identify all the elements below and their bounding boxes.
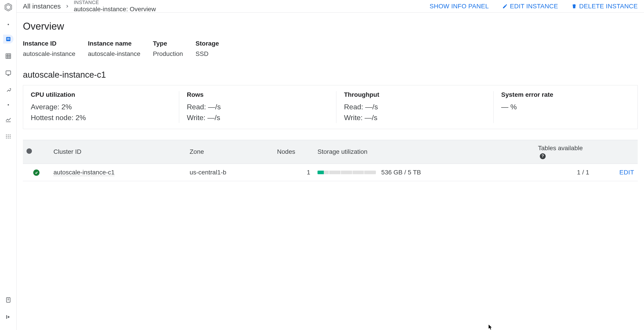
meta-label-instance-name: Instance name xyxy=(88,40,140,47)
cell-zone: us-central1-b xyxy=(186,164,273,181)
svg-rect-19 xyxy=(6,138,7,138)
topbar: All instances INSTANCE autoscale-instanc… xyxy=(16,0,644,12)
meta-value-instance-id: autoscale-instance xyxy=(23,50,75,58)
sidebar-item-tables[interactable] xyxy=(0,51,16,62)
cell-nodes: 1 xyxy=(274,164,314,181)
svg-rect-5 xyxy=(6,54,10,58)
stat-title-error: System error rate xyxy=(501,91,630,98)
svg-rect-10 xyxy=(6,71,10,74)
svg-rect-14 xyxy=(8,135,9,135)
svg-rect-4 xyxy=(7,39,10,40)
svg-rect-13 xyxy=(6,135,7,135)
sidebar-item-instances[interactable] xyxy=(0,34,16,44)
page-title: Overview xyxy=(23,21,638,32)
svg-rect-16 xyxy=(6,136,7,137)
chevron-right-icon xyxy=(65,3,69,10)
instance-meta: Instance ID autoscale-instance Instance … xyxy=(23,40,638,58)
sidebar-item-backups[interactable] xyxy=(0,68,16,78)
meta-label-instance-id: Instance ID xyxy=(23,40,75,47)
breadcrumb-root[interactable]: All instances xyxy=(23,2,61,10)
th-storage: Storage utilization xyxy=(314,140,534,164)
cluster-id-link[interactable]: autoscale-instance-c1 xyxy=(54,169,114,176)
stat-thr-write: Write: —/s xyxy=(344,112,486,123)
svg-rect-3 xyxy=(7,38,10,38)
sidebar-item-scaling[interactable] xyxy=(0,85,16,96)
show-info-panel-button[interactable]: SHOW INFO PANEL xyxy=(430,3,489,10)
th-tables: Tables available ? xyxy=(534,140,593,164)
sidebar xyxy=(0,0,16,330)
stat-title-cpu: CPU utilization xyxy=(31,91,171,98)
stat-error-rate: — % xyxy=(501,102,630,112)
meta-label-storage: Storage xyxy=(196,40,219,47)
product-logo-icon xyxy=(4,3,13,12)
cell-tables: 1 / 1 xyxy=(534,164,593,181)
stat-col-throughput: Throughput Read: —/s Write: —/s xyxy=(336,91,493,123)
meta-label-type: Type xyxy=(153,40,183,47)
breadcrumb-label: INSTANCE xyxy=(74,0,156,6)
table-row: autoscale-instance-c1 us-central1-b 1 xyxy=(23,164,638,181)
stat-col-error: System error rate — % xyxy=(493,91,638,123)
svg-marker-1 xyxy=(6,5,10,10)
status-ok-icon xyxy=(33,170,40,176)
stat-title-rows: Rows xyxy=(187,91,328,98)
breadcrumb-title: autoscale-instance: Overview xyxy=(74,6,156,13)
stat-col-cpu: CPU utilization Average: 2% Hottest node… xyxy=(23,91,179,123)
main-area: All instances INSTANCE autoscale-instanc… xyxy=(16,0,644,330)
table-header-row: Cluster ID Zone Nodes Storage utilizatio… xyxy=(23,140,638,164)
status-header-dot-icon xyxy=(26,148,32,154)
delete-instance-button[interactable]: DELETE INSTANCE xyxy=(572,3,638,10)
delete-instance-label: DELETE INSTANCE xyxy=(579,3,638,10)
sidebar-expand-toggle[interactable] xyxy=(0,312,16,322)
meta-value-type: Production xyxy=(153,50,183,58)
help-icon[interactable]: ? xyxy=(540,153,546,159)
meta-value-instance-name: autoscale-instance xyxy=(88,50,140,58)
edit-cluster-button[interactable]: EDIT xyxy=(619,169,634,176)
svg-rect-20 xyxy=(8,138,9,138)
stat-col-rows: Rows Read: —/s Write: —/s xyxy=(179,91,336,123)
meta-value-storage: SSD xyxy=(196,50,219,58)
svg-rect-15 xyxy=(10,135,10,135)
content: Overview Instance ID autoscale-instance … xyxy=(16,12,644,330)
stat-rows-write: Write: —/s xyxy=(187,112,328,123)
storage-utilization-bar xyxy=(318,170,376,174)
clusters-table: Cluster ID Zone Nodes Storage utilizatio… xyxy=(23,140,638,181)
th-status xyxy=(23,140,50,164)
edit-instance-button[interactable]: EDIT INSTANCE xyxy=(502,3,558,10)
th-nodes: Nodes xyxy=(274,140,314,164)
sidebar-item-quotas[interactable] xyxy=(0,131,16,142)
th-cluster-id: Cluster ID xyxy=(50,140,186,164)
svg-rect-21 xyxy=(10,138,10,138)
pencil-icon xyxy=(502,4,508,9)
svg-rect-17 xyxy=(8,136,9,137)
storage-utilization-text: 536 GB / 5 TB xyxy=(381,169,421,176)
stat-title-throughput: Throughput xyxy=(344,91,486,98)
stat-rows-read: Read: —/s xyxy=(187,102,328,112)
stats-card: CPU utilization Average: 2% Hottest node… xyxy=(23,85,638,129)
trash-icon xyxy=(572,4,577,9)
th-edit xyxy=(593,140,638,164)
svg-rect-25 xyxy=(6,315,7,319)
th-tables-label: Tables available xyxy=(538,144,583,152)
cell-storage: 536 GB / 5 TB xyxy=(314,164,534,181)
stat-cpu-hottest: Hottest node: 2% xyxy=(31,112,171,123)
sidebar-item-release-notes[interactable] xyxy=(0,294,16,305)
edit-instance-label: EDIT INSTANCE xyxy=(510,3,558,10)
sidebar-divider-dot xyxy=(8,24,9,25)
sidebar-divider-dot xyxy=(8,104,9,106)
svg-marker-26 xyxy=(8,316,10,318)
sidebar-item-monitoring[interactable] xyxy=(0,114,16,125)
breadcrumb: All instances INSTANCE autoscale-instanc… xyxy=(23,0,156,13)
svg-rect-18 xyxy=(10,136,10,137)
cluster-title: autoscale-instance-c1 xyxy=(23,70,638,80)
stat-thr-read: Read: —/s xyxy=(344,102,486,112)
th-zone: Zone xyxy=(186,140,273,164)
stat-cpu-average: Average: 2% xyxy=(31,102,171,112)
